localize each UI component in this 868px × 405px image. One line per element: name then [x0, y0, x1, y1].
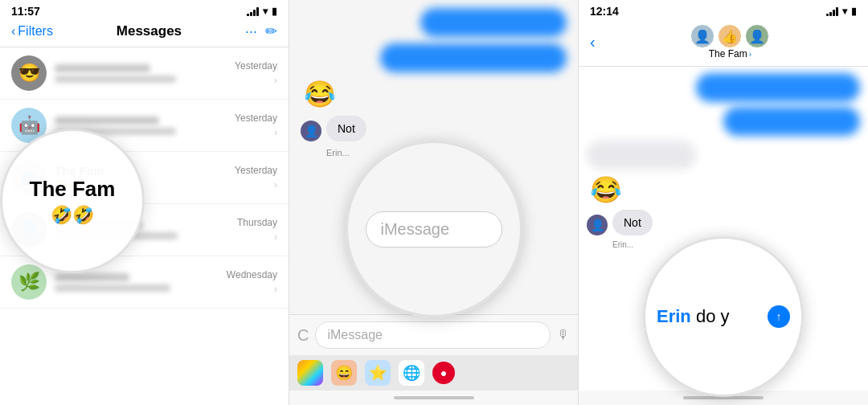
group-header[interactable]: 👤 👍 👤 The Fam › — [604, 24, 857, 59]
sender-avatar-p3: 👤 — [587, 215, 608, 235]
chevron-right-icon: › — [274, 231, 277, 243]
emoji-row: 😂 — [587, 174, 860, 205]
time-p3: 12:14 — [590, 5, 619, 18]
magnify-circle-input: iMessage — [346, 141, 522, 317]
contact-name-blurred — [55, 117, 159, 125]
message-meta: Yesterday › — [235, 60, 277, 86]
chat-bubble-not: Not — [326, 116, 366, 141]
chevron-down-icon: › — [749, 50, 751, 59]
message-meta: Yesterday › — [235, 112, 277, 138]
memoji-app-icon[interactable]: 😄 — [331, 360, 357, 386]
received-message-row — [587, 141, 860, 170]
sent-bubble-blurred — [723, 107, 860, 136]
message-input-bar: C iMessage 🎙 — [289, 314, 578, 355]
chevron-right-icon: › — [274, 75, 277, 86]
panel-chat-thread: 😂 👤 Not Erin... C iMessage 🎙 😄 ⭐ 🌐 ● — [289, 0, 579, 405]
list-item[interactable]: 😎 Yesterday › — [0, 47, 289, 100]
message-date: Thursday — [237, 217, 277, 228]
globe-app-icon[interactable]: 🌐 — [399, 360, 424, 386]
back-label[interactable]: Filters — [18, 24, 53, 39]
message-date: Yesterday — [235, 165, 277, 176]
emoji-laugh: 😂 — [304, 79, 336, 109]
battery-icon: ▮ — [272, 6, 277, 17]
status-bar-p1: 11:57 ▾ ▮ — [0, 0, 289, 21]
panel-messages-list: 11:57 ▾ ▮ ‹ Filters Messages ··· ✏ 😎 — [0, 0, 289, 405]
message-date: Yesterday — [235, 112, 277, 124]
sent-message-row — [587, 73, 860, 102]
message-content — [55, 273, 220, 292]
group-name: The Fam › — [709, 48, 751, 59]
avatar: 😎 — [11, 55, 47, 91]
received-message-row-not: 👤 Not — [587, 210, 860, 235]
home-indicator — [289, 391, 578, 405]
battery-icon: ▮ — [851, 6, 857, 17]
sent-message-row — [301, 43, 567, 72]
sent-message-row — [301, 8, 567, 37]
chat-bubble-not-p3: Not — [612, 210, 653, 235]
photos-app-icon[interactable] — [297, 360, 323, 386]
chevron-right-icon: › — [274, 179, 277, 190]
signal-icon — [826, 6, 838, 16]
received-message-row: 👤 Not — [301, 116, 567, 141]
nav-bar-p3: ‹ 👤 👍 👤 The Fam › — [579, 21, 868, 67]
panel-chat-detail: 12:14 ▾ ▮ ‹ 👤 👍 👤 The Fam › — [579, 0, 868, 405]
red-app-icon[interactable]: ● — [432, 362, 455, 384]
emoji-laugh: 😂 — [590, 174, 622, 205]
app-drawer: 😄 ⭐ 🌐 ● — [289, 355, 578, 391]
status-bar-p3: 12:14 ▾ ▮ — [579, 0, 868, 21]
magnify-circle-the-fam: The Fam 🤣🤣 — [0, 129, 145, 273]
signal-icon — [247, 6, 259, 16]
input-placeholder: iMessage — [327, 328, 382, 342]
chevron-left-icon: ‹ — [11, 24, 15, 39]
back-button-p3[interactable]: ‹ — [590, 33, 596, 51]
sent-bubble-blurred — [420, 8, 567, 37]
audio-icon[interactable]: 🎙 — [557, 328, 570, 342]
sender-avatar: 👤 — [301, 121, 321, 141]
message-preview-blurred — [55, 76, 176, 83]
chevron-right-icon: › — [274, 284, 277, 295]
nav-icons: ··· ✏ — [245, 22, 277, 40]
group-avatar-2: 👍 — [718, 24, 742, 48]
group-avatars: 👤 👍 👤 — [690, 24, 769, 48]
send-button[interactable]: ↑ — [768, 305, 790, 328]
back-button[interactable]: ‹ Filters — [11, 24, 53, 39]
more-button[interactable]: ··· — [245, 23, 257, 40]
avatar: 🌿 — [11, 264, 47, 300]
magnified-emoji: 🤣🤣 — [51, 205, 94, 226]
compose-button[interactable]: ✏ — [265, 22, 277, 40]
message-meta: Thursday › — [237, 217, 277, 243]
message-date: Yesterday — [235, 60, 277, 72]
erin-input-text: Erin do y — [657, 306, 730, 327]
group-avatar-1: 👤 — [690, 24, 714, 48]
message-date: Wednesday — [227, 269, 277, 280]
status-icons-p3: ▾ ▮ — [826, 6, 857, 17]
status-icons-p1: ▾ ▮ — [247, 6, 277, 17]
wifi-icon: ▾ — [842, 6, 847, 17]
wifi-icon: ▾ — [263, 6, 268, 17]
group-avatar-3: 👤 — [745, 24, 769, 48]
page-title: Messages — [117, 23, 182, 39]
imessage-input[interactable]: iMessage — [315, 321, 551, 349]
contact-name-blurred — [55, 64, 150, 72]
nav-bar-p1: ‹ Filters Messages ··· ✏ — [0, 21, 289, 47]
contact-name-blurred — [55, 273, 129, 281]
chevron-right-icon: › — [274, 127, 277, 138]
message-content — [55, 64, 228, 83]
message-preview-blurred — [55, 284, 170, 292]
emoji-message-row: 😂 — [301, 79, 567, 109]
magnify-circle-erin-input: Erin do y ↑ — [643, 236, 804, 397]
genmoji-app-icon[interactable]: ⭐ — [365, 360, 391, 386]
magnified-name: The Fam — [30, 177, 116, 202]
sent-bubble-blurred — [380, 43, 567, 72]
message-meta: Wednesday › — [227, 269, 277, 295]
camera-icon[interactable]: C — [297, 326, 309, 345]
message-meta: Yesterday › — [235, 165, 277, 190]
erin-typing-input[interactable]: Erin do y ↑ — [645, 299, 801, 334]
time-p1: 11:57 — [11, 5, 40, 18]
sent-bubble-blurred — [696, 73, 860, 102]
magnified-input-field[interactable]: iMessage — [366, 211, 502, 248]
sent-message-row — [587, 107, 860, 136]
magnified-placeholder: iMessage — [381, 220, 450, 238]
home-bar — [394, 396, 474, 399]
received-bubble-blurred — [587, 141, 696, 170]
